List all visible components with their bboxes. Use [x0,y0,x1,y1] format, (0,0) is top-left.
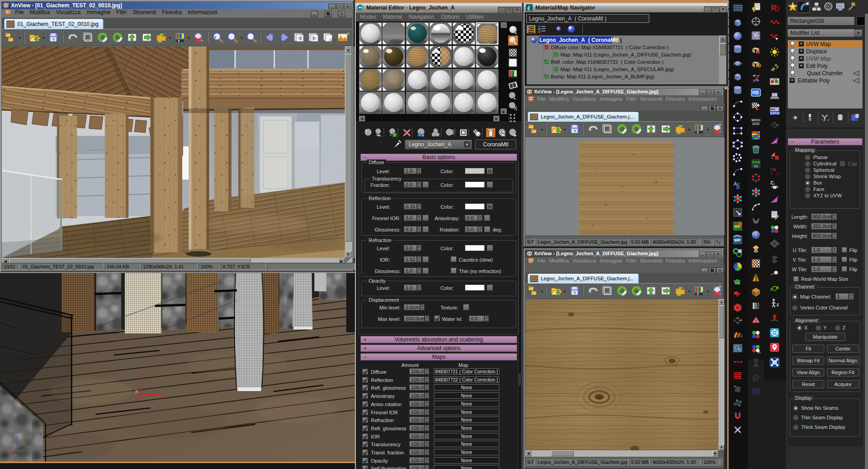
svg-text:Y: Y [30,447,33,452]
svg-text:B: B [736,185,740,190]
svg-text:EXPORT: EXPORT [770,112,780,115]
svg-text:I N: I N [770,167,776,172]
svg-text:C.: C. [770,180,775,186]
svg-text:Z: Z [15,429,18,434]
svg-text:RB: RB [752,90,759,95]
svg-text:1D: 1D [757,351,761,354]
svg-text:X: X [135,389,139,394]
svg-text:WP: WP [734,238,741,242]
svg-text:KFL: KFL [770,108,776,111]
svg-text:WOO: WOO [751,118,760,122]
svg-text:V2: V2 [754,164,758,168]
svg-text:Z: Z [776,303,779,307]
svg-text:Zorb: Zorb [752,160,760,164]
